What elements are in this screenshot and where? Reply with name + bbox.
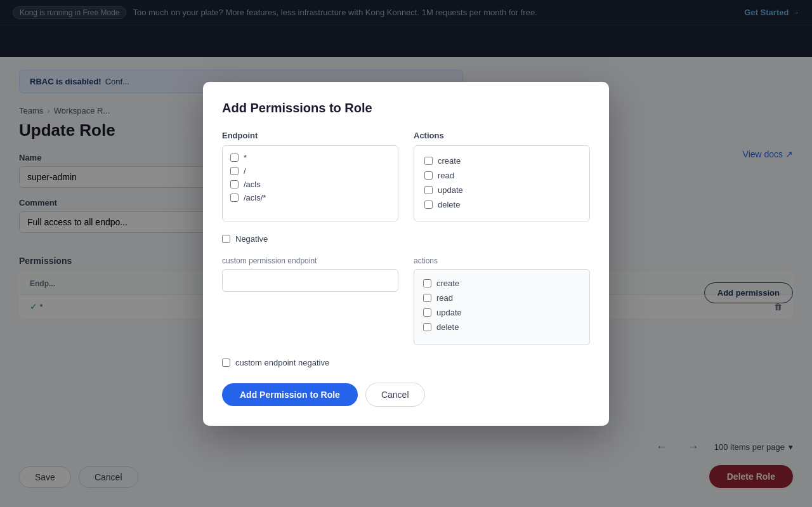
endpoint-checkbox-acls[interactable] bbox=[230, 180, 239, 188]
custom-action-update[interactable]: update bbox=[423, 305, 580, 320]
endpoint-text-acls-star: /acls/* bbox=[244, 193, 266, 202]
actions-list: create read update delete bbox=[414, 145, 590, 221]
endpoint-item-acls-star[interactable]: /acls/* bbox=[228, 191, 393, 204]
endpoint-list[interactable]: * / /acls /acls/* bbox=[222, 145, 398, 221]
custom-action-text-update: update bbox=[436, 308, 462, 317]
endpoint-label: Endpoint bbox=[222, 131, 398, 140]
action-checkbox-create[interactable] bbox=[424, 157, 433, 165]
custom-action-checkbox-read[interactable] bbox=[423, 294, 431, 302]
endpoint-col: Endpoint * / /acls /acls/* bbox=[222, 131, 398, 221]
custom-action-checkbox-create[interactable] bbox=[423, 279, 431, 287]
endpoint-item-slash[interactable]: / bbox=[228, 164, 393, 178]
modal-add-permission-button[interactable]: Add Permission to Role bbox=[222, 383, 358, 406]
custom-endpoint-col: custom permission endpoint bbox=[222, 256, 398, 345]
negative-checkbox[interactable] bbox=[222, 235, 230, 243]
action-item-update[interactable]: update bbox=[424, 183, 579, 197]
custom-action-text-delete: delete bbox=[436, 322, 459, 332]
custom-action-delete[interactable]: delete bbox=[423, 320, 580, 334]
custom-actions-label: actions bbox=[414, 256, 590, 265]
custom-action-create[interactable]: create bbox=[423, 276, 580, 291]
action-text-update: update bbox=[438, 185, 463, 195]
endpoint-text-star: * bbox=[244, 153, 247, 162]
custom-action-checkbox-update[interactable] bbox=[423, 308, 431, 317]
action-item-delete[interactable]: delete bbox=[424, 197, 579, 212]
custom-section: custom permission endpoint actions creat… bbox=[222, 256, 590, 345]
custom-action-checkbox-delete[interactable] bbox=[423, 323, 431, 331]
endpoint-checkbox-slash[interactable] bbox=[230, 167, 239, 175]
add-permissions-modal: Add Permissions to Role Endpoint * / /ac… bbox=[203, 82, 609, 426]
modal-footer: Add Permission to Role Cancel bbox=[222, 383, 590, 407]
custom-actions-col: actions create read update delete bbox=[414, 256, 590, 345]
negative-label: Negative bbox=[235, 234, 268, 244]
custom-action-text-create: create bbox=[436, 279, 459, 288]
modal-columns: Endpoint * / /acls /acls/* bbox=[222, 131, 590, 221]
custom-negative-label: custom endpoint negative bbox=[235, 358, 329, 367]
custom-action-read[interactable]: read bbox=[423, 291, 580, 305]
action-item-read[interactable]: read bbox=[424, 168, 579, 183]
endpoint-item-acls[interactable]: /acls bbox=[228, 178, 393, 191]
endpoint-text-acls: /acls bbox=[244, 180, 261, 189]
custom-negative-checkbox[interactable] bbox=[222, 359, 230, 367]
custom-endpoint-label: custom permission endpoint bbox=[222, 256, 398, 265]
action-checkbox-update[interactable] bbox=[424, 186, 433, 194]
action-text-create: create bbox=[438, 156, 461, 166]
endpoint-checkbox-star[interactable] bbox=[230, 154, 239, 162]
negative-row[interactable]: Negative bbox=[222, 234, 590, 244]
modal-title: Add Permissions to Role bbox=[222, 101, 590, 115]
custom-actions-box: create read update delete bbox=[414, 269, 590, 345]
actions-label: Actions bbox=[414, 131, 590, 140]
actions-col: Actions create read update delete bbox=[414, 131, 590, 221]
action-checkbox-delete[interactable] bbox=[424, 201, 433, 209]
action-text-delete: delete bbox=[438, 200, 460, 209]
custom-action-text-read: read bbox=[436, 293, 453, 303]
endpoint-item-star[interactable]: * bbox=[228, 151, 393, 164]
action-text-read: read bbox=[438, 171, 454, 180]
action-checkbox-read[interactable] bbox=[424, 171, 433, 180]
endpoint-text-slash: / bbox=[244, 166, 246, 176]
custom-endpoint-input[interactable] bbox=[222, 269, 398, 292]
modal-cancel-button[interactable]: Cancel bbox=[365, 383, 425, 407]
endpoint-checkbox-acls-star[interactable] bbox=[230, 194, 239, 202]
custom-negative-row[interactable]: custom endpoint negative bbox=[222, 358, 590, 367]
action-item-create[interactable]: create bbox=[424, 154, 579, 168]
